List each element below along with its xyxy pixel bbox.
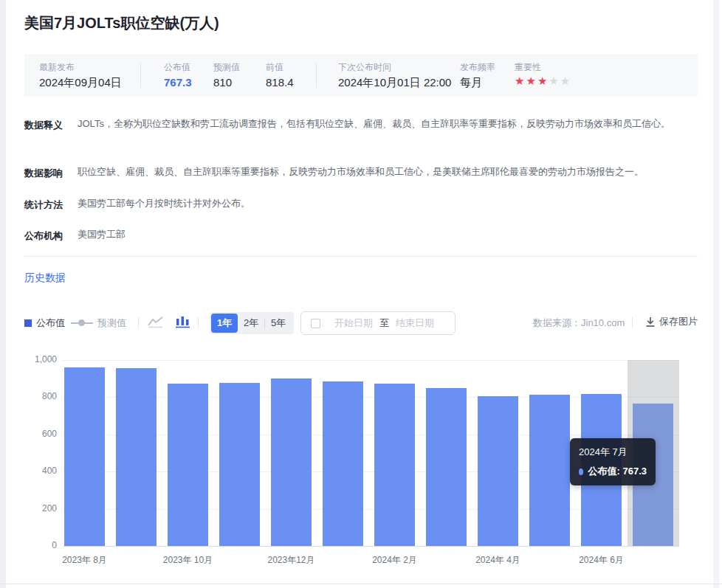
y-axis-tick-label: 1,000 — [18, 354, 57, 364]
bar-2024年 3月[interactable] — [426, 388, 467, 546]
chart-tooltip: 2024年 7月 公布值: 767.3 — [570, 438, 656, 485]
star-empty-icon: ★ — [549, 75, 560, 87]
tab-2year[interactable]: 2年 — [238, 314, 264, 333]
frequency-value: 每月 — [460, 76, 482, 90]
tab-5year[interactable]: 5年 — [265, 314, 292, 333]
forecast-label: 预测值 — [213, 61, 240, 74]
published-legend-swatch[interactable] — [24, 319, 32, 327]
bar-chart-icon[interactable] — [175, 315, 191, 331]
x-axis-tick-label: 2024年 4月 — [447, 554, 550, 567]
y-axis-tick-label: 200 — [18, 503, 57, 513]
page-title: 美国7月JOLTs职位空缺(万人) — [24, 13, 219, 33]
star-empty-icon: ★ — [560, 75, 571, 87]
grid-line — [63, 546, 679, 547]
importance-label: 重要性 — [515, 61, 541, 74]
toolbar-divider — [138, 317, 139, 328]
published-value: 767.3 — [164, 76, 192, 89]
latest-release-date: 2024年09月04日 — [39, 76, 122, 90]
previous-value: 818.4 — [266, 76, 294, 89]
date-range-to-label: 至 — [379, 317, 389, 330]
importance-star-icons: ★★★★★ — [515, 75, 571, 88]
bar-2024年 1月[interactable] — [323, 381, 363, 546]
detail-text-impact: 职位空缺、雇佣、裁员、自主辞职率等重要指标，反映劳动力市场效率和员工信心，是美联… — [78, 162, 699, 182]
page-bottom-divider — [0, 584, 722, 584]
range-tab-group: 1年 2年 5年 — [210, 312, 294, 334]
calendar-icon — [311, 319, 320, 328]
page-left-margin — [0, 0, 6, 588]
next-release-time: 2024年10月01日 22:00 — [338, 76, 451, 90]
star-filled-icon: ★ — [526, 75, 537, 87]
previous-label: 前值 — [266, 61, 283, 74]
detail-label-agency: 公布机构 — [24, 229, 63, 243]
summary-bar: 最新发布 2024年09月04日 公布值 767.3 预测值 810 前值 81… — [24, 54, 698, 97]
y-axis-tick-label: 600 — [18, 429, 57, 439]
tooltip-title: 2024年 7月 — [579, 446, 647, 459]
x-axis-tick-label: 2023年 8月 — [33, 554, 137, 567]
tooltip-series-dot-icon — [579, 468, 583, 475]
bar-2023年12月[interactable] — [271, 378, 312, 546]
section-divider — [24, 256, 698, 257]
bar-2024年 5月[interactable] — [529, 395, 570, 546]
bar-2023年 10月[interactable] — [168, 384, 208, 546]
forecast-legend-label[interactable]: 预测值 — [97, 317, 126, 330]
tab-1year[interactable]: 1年 — [211, 314, 238, 333]
bar-2024年 4月[interactable] — [478, 396, 518, 546]
bar-2023年 8月[interactable] — [64, 367, 105, 546]
bar-2024年 2月[interactable] — [374, 384, 415, 546]
date-range-picker[interactable]: 开始日期 至 结束日期 — [300, 311, 455, 335]
published-legend-label[interactable]: 公布值 — [36, 317, 65, 330]
published-label: 公布值 — [164, 61, 190, 74]
star-filled-icon: ★ — [515, 75, 526, 87]
line-chart-icon[interactable] — [147, 315, 165, 331]
y-axis-tick-label: 400 — [18, 466, 57, 476]
frequency-label: 发布频率 — [460, 61, 495, 74]
data-source-label: 数据来源：Jin10.com — [533, 317, 625, 330]
save-image-label: 保存图片 — [659, 315, 698, 328]
detail-label-impact: 数据影响 — [24, 167, 63, 180]
page-right-margin — [719, 0, 722, 588]
summary-divider — [140, 63, 141, 88]
x-axis-tick-label: 2024年 2月 — [343, 554, 447, 567]
next-release-label: 下次公布时间 — [338, 61, 391, 74]
x-axis-tick-label: 2023年 10月 — [137, 554, 240, 567]
summary-divider — [316, 63, 317, 88]
start-date-input[interactable]: 开始日期 — [331, 317, 377, 330]
scrollbar-track[interactable] — [713, 0, 719, 588]
detail-text-method: 美国劳工部每个月按时统计并对外公布。 — [78, 193, 699, 214]
detail-label-definition: 数据释义 — [24, 119, 63, 132]
y-axis-tick-label: 0 — [18, 540, 57, 550]
detail-text-agency: 美国劳工部 — [78, 224, 699, 245]
x-axis-tick-label: 2024年 6月 — [550, 554, 653, 567]
forecast-value: 810 — [213, 76, 232, 89]
forecast-legend-dot[interactable] — [78, 319, 85, 326]
download-icon — [645, 317, 656, 328]
star-filled-icon: ★ — [537, 75, 549, 87]
history-data-link[interactable]: 历史数据 — [24, 271, 66, 285]
bar-2023年 9月[interactable] — [116, 368, 157, 546]
tooltip-series-value: 公布值: 767.3 — [588, 465, 647, 478]
bar-2023年 11月[interactable] — [219, 383, 260, 547]
save-image-button[interactable]: 保存图片 — [645, 315, 698, 328]
detail-label-method: 统计方法 — [24, 198, 63, 212]
x-axis-tick-label: 2023年12月 — [240, 554, 343, 567]
detail-text-definition: JOLTs，全称为职位空缺数和劳工流动调查报告，包括有职位空缺、雇佣、裁员、自主… — [78, 114, 699, 134]
y-axis-tick-label: 800 — [18, 391, 57, 401]
end-date-input[interactable]: 结束日期 — [392, 317, 438, 330]
latest-release-label: 最新发布 — [39, 61, 75, 74]
toolbar-divider — [632, 317, 633, 328]
toolbar-divider — [198, 317, 199, 328]
